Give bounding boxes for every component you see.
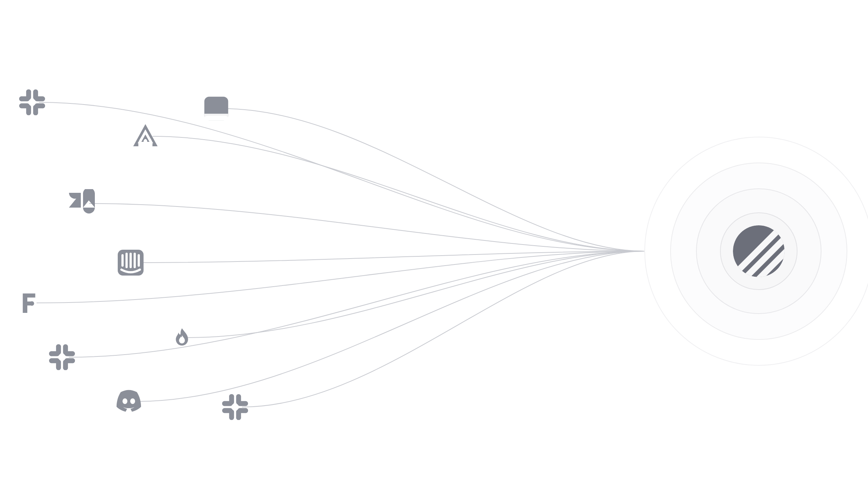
integration-diagram [0,0,868,485]
front-icon [20,292,42,314]
connection-line-fireship [187,251,644,338]
linear-hub [644,137,868,366]
connection-line-slack-1 [39,102,645,251]
connection-line-zendesk [89,204,645,251]
linear-logo-icon [733,225,785,277]
panel-icon [203,95,230,122]
sentry-icon [131,122,160,151]
connection-line-slack-2 [69,251,645,357]
flame-icon [172,327,192,348]
slack-icon [48,344,76,371]
slack-icon [221,393,249,421]
connection-line-panel [223,109,644,251]
intercom-icon [116,248,145,277]
connection-line-discord [136,251,645,402]
slack-icon [18,89,46,116]
connection-line-sentry [153,136,645,251]
connection-line-slack-3 [242,251,645,407]
zendesk-icon [68,189,96,218]
connection-line-intercom [138,251,645,263]
discord-icon [115,388,142,415]
